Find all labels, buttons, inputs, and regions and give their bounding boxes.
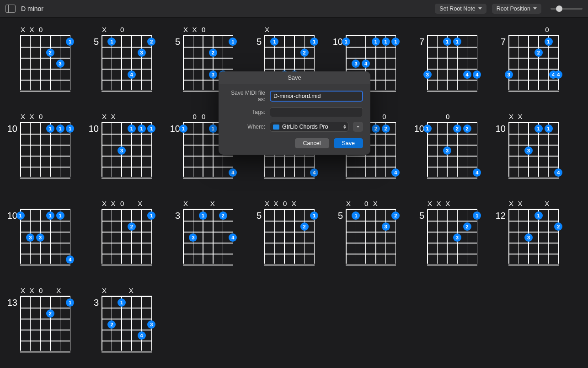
finger-dot: 1 [423,124,432,133]
open-string-row: XX [183,200,233,209]
sidebar-toggle-icon[interactable] [5,5,16,13]
open-string-row [346,27,396,35]
chord-diagram[interactable]: 5X0X123 [332,200,405,274]
open-string-row: X [264,27,315,35]
finger-dot: 3 [36,233,44,242]
finger-dot: 2 [128,222,136,231]
fretboard: 12234 [427,122,477,177]
finger-dot: 4 [128,70,136,79]
finger-dot: 2 [463,222,471,231]
open-string-row: XXX [427,200,477,209]
finger-dot: 1 [209,124,217,133]
save-dialog: Save Save MIDI file as: Tags: Where: Gtr… [219,71,370,155]
fretboard: 1234 [102,296,152,351]
chord-diagram[interactable]: XX0X12 [88,200,161,274]
chord-diagram[interactable]: 10XX0111 [6,114,80,187]
finger-dot: 3 [209,70,217,79]
finger-dot: 1 [391,38,400,46]
chord-diagram[interactable]: 5X01234 [88,27,161,100]
finger-dot: 1 [56,124,64,133]
finger-dot: 3 [453,233,461,242]
finger-dot: 2 [46,309,54,318]
chord-grid: XX01235X012345XX012345X11234101111347113… [0,17,588,368]
set-root-note-label: Set Root Note [439,5,476,12]
chord-diagram[interactable]: 10XX1134 [495,114,568,187]
finger-dot: 1 [453,38,461,46]
cancel-button[interactable]: Cancel [295,138,329,148]
finger-dot: 2 [107,320,116,329]
fret-number: 10 [88,114,102,134]
chord-diagram[interactable]: 3XX1234 [88,287,161,361]
finger-dot: 1 [229,38,237,46]
open-string-row: XX0X [20,287,70,296]
finger-dot: 1 [118,298,126,307]
finger-dot: 4 [66,255,74,264]
finger-dot: 3 [352,60,360,68]
finger-dot: 3 [118,146,126,155]
chord-diagram[interactable]: 13XX0X12 [6,287,80,361]
finger-dot: 3 [443,146,451,155]
fret-number: 5 [332,200,346,221]
fretboard: 123 [20,35,70,90]
chord-diagram[interactable]: 10012234 [413,114,486,187]
finger-dot: 1 [147,211,155,220]
chord-diagram[interactable]: 711344 [413,27,486,100]
fretboard: 1234 [102,35,152,90]
chord-diagram[interactable]: 5XXX123 [413,200,486,274]
chord-diagram[interactable]: 7012344 [495,27,568,100]
slider-knob[interactable] [556,5,562,12]
finger-dot: 2 [535,49,543,57]
finger-dot: 1 [310,38,318,46]
open-string-row: XX0 [183,27,233,35]
set-root-note-button[interactable]: Set Root Note [435,4,486,14]
filename-input[interactable] [270,91,363,102]
fret-number: 5 [251,200,264,221]
page-title: D minor [21,5,43,12]
finger-dot: 2 [391,211,400,220]
finger-dot: 2 [554,222,562,231]
finger-dot: 1 [372,38,380,46]
root-position-button[interactable]: Root Position [492,4,541,14]
finger-dot: 4 [310,168,318,177]
expand-button[interactable] [353,122,363,132]
open-string-row: X0X [346,200,396,209]
chord-diagram[interactable]: 10111334 [6,200,80,274]
finger-dot: 2 [219,211,227,220]
finger-dot: 4 [229,233,237,242]
where-value: GtrLib Chords Pro [282,124,328,130]
finger-dot: 4 [362,60,370,68]
finger-dot: 2 [382,124,390,133]
finger-dot: 2 [209,49,217,57]
open-string-row: X0 [102,27,152,35]
finger-dot: 1 [545,124,553,133]
fretboard: 123 [508,209,559,264]
finger-dot: 1 [138,124,146,133]
chord-diagram[interactable]: XX0123 [6,27,80,100]
chord-diagram[interactable]: 10XX1113 [88,114,161,187]
root-position-label: Root Position [497,5,530,12]
open-string-row [20,200,70,209]
finger-dot: 1 [473,211,481,220]
open-string-row: 0 [427,114,477,122]
chord-diagram[interactable]: 5XX0X12 [251,200,324,274]
save-button[interactable]: Save [334,138,363,148]
finger-dot: 1 [535,211,543,220]
open-string-row: XX [102,114,152,122]
chord-diagram[interactable]: 12XXX123 [495,200,568,274]
zoom-slider[interactable] [551,8,583,10]
finger-dot: 1 [179,124,187,133]
finger-dot: 4 [463,70,471,79]
dialog-title: Save [219,71,370,84]
fret-number: 5 [169,27,183,47]
where-select[interactable]: GtrLib Chords Pro [270,122,348,132]
finger-dot: 3 [56,60,64,68]
fret-number: 3 [169,200,183,221]
tags-input[interactable] [270,107,363,117]
filename-label: Save MIDI file as: [226,90,265,103]
fretboard: 12 [264,209,315,264]
finger-dot: 3 [524,233,533,242]
fret-number: 7 [495,27,508,47]
finger-dot: 1 [107,38,116,46]
chord-diagram[interactable]: 3XX1234 [169,200,242,274]
fret-number: 10 [495,114,508,134]
